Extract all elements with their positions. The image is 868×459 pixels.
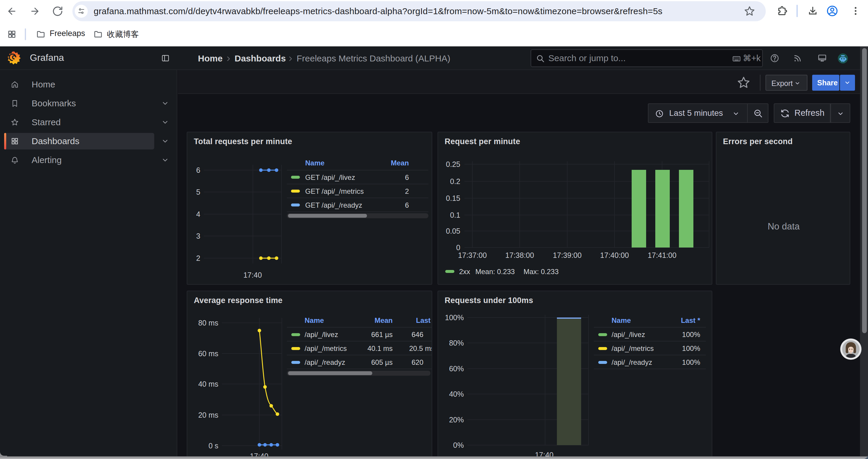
svg-text:0.2: 0.2 <box>450 177 460 186</box>
svg-text:GET /api/_/metrics: GET /api/_/metrics <box>305 187 364 195</box>
svg-text:6: 6 <box>405 201 409 209</box>
svg-text:Last *: Last * <box>416 316 432 324</box>
svg-text:0: 0 <box>456 243 460 252</box>
svg-text:GET /api/_/livez: GET /api/_/livez <box>305 173 355 182</box>
svg-text:100%: 100% <box>682 345 700 352</box>
svg-text:0.25: 0.25 <box>446 160 460 168</box>
svg-text:0.05: 0.05 <box>446 227 460 235</box>
svg-text:/api/_/livez: /api/_/livez <box>612 330 645 338</box>
svg-text:20.5 ms: 20.5 ms <box>409 345 432 352</box>
svg-text:17:40: 17:40 <box>243 271 262 279</box>
svg-text:100%: 100% <box>445 314 464 322</box>
svg-text:3: 3 <box>196 232 200 240</box>
svg-text:646: 646 <box>411 330 423 338</box>
svg-text:2: 2 <box>405 187 409 195</box>
svg-text:Mean: Mean <box>391 159 409 167</box>
svg-text:Mean: 0.233: Mean: 0.233 <box>475 268 515 275</box>
svg-text:6: 6 <box>405 173 409 182</box>
svg-text:20 ms: 20 ms <box>198 411 218 419</box>
svg-text:4: 4 <box>196 210 200 218</box>
svg-text:40 ms: 40 ms <box>198 380 218 388</box>
svg-text:17:39:00: 17:39:00 <box>553 251 582 259</box>
svg-text:/api/_/livez: /api/_/livez <box>305 330 338 338</box>
svg-text:605 µs: 605 µs <box>371 358 393 366</box>
svg-text:6: 6 <box>196 166 200 174</box>
svg-text:20%: 20% <box>449 416 464 424</box>
svg-text:Name: Name <box>305 316 324 324</box>
svg-text:2xx: 2xx <box>459 268 470 275</box>
svg-text:60 ms: 60 ms <box>198 350 218 358</box>
svg-text:60%: 60% <box>449 364 464 373</box>
svg-text:Max: 0.233: Max: 0.233 <box>524 268 559 275</box>
svg-text:Mean: Mean <box>375 316 393 324</box>
svg-text:/api/_/metrics: /api/_/metrics <box>305 345 347 352</box>
svg-text:17:38:00: 17:38:00 <box>505 251 534 259</box>
svg-text:/api/_/metrics: /api/_/metrics <box>612 345 654 352</box>
svg-text:0%: 0% <box>453 441 464 449</box>
svg-text:17:40:00: 17:40:00 <box>600 251 629 259</box>
svg-text:17:41:00: 17:41:00 <box>648 251 676 259</box>
svg-text:/api/_/readyz: /api/_/readyz <box>305 358 345 366</box>
svg-text:620: 620 <box>411 358 423 366</box>
svg-text:17:37:00: 17:37:00 <box>458 251 487 259</box>
svg-text:80 ms: 80 ms <box>198 319 218 327</box>
svg-text:0.1: 0.1 <box>450 211 460 219</box>
svg-text:5: 5 <box>196 188 200 196</box>
svg-text:100%: 100% <box>682 358 700 366</box>
svg-text:661 µs: 661 µs <box>371 330 393 338</box>
svg-text:80%: 80% <box>449 339 464 347</box>
svg-text:GET /api/_/readyz: GET /api/_/readyz <box>305 201 362 209</box>
svg-text:0 s: 0 s <box>209 441 218 450</box>
svg-text:Name: Name <box>305 159 324 167</box>
svg-text:2: 2 <box>196 254 200 262</box>
svg-text:100%: 100% <box>682 330 700 338</box>
svg-text:0.15: 0.15 <box>446 194 460 202</box>
svg-text:Last *: Last * <box>681 316 701 324</box>
svg-text:40.1 ms: 40.1 ms <box>368 345 393 352</box>
svg-text:Name: Name <box>612 316 631 324</box>
svg-text:/api/_/readyz: /api/_/readyz <box>612 358 652 366</box>
svg-text:40%: 40% <box>449 390 464 398</box>
